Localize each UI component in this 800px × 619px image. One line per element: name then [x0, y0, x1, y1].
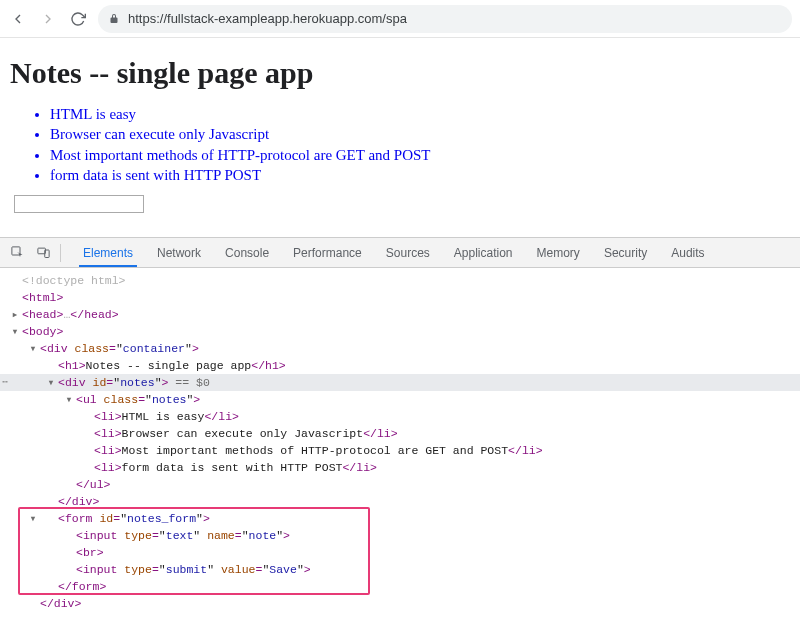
- dom-line[interactable]: <li>Most important methods of HTTP-proto…: [0, 442, 800, 459]
- dom-line[interactable]: ▾<form id="notes_form">: [0, 510, 800, 527]
- list-item[interactable]: Browser can execute only Javascript: [50, 124, 790, 144]
- list-item[interactable]: HTML is easy: [50, 104, 790, 124]
- tab-performance[interactable]: Performance: [281, 238, 374, 267]
- twisty-icon[interactable]: ▾: [46, 374, 56, 391]
- dom-line[interactable]: </form>: [0, 578, 800, 595]
- devtools-toolbar: Elements Network Console Performance Sou…: [0, 238, 800, 268]
- dom-line[interactable]: <h1>Notes -- single page app</h1>: [0, 357, 800, 374]
- dom-line[interactable]: <html>: [0, 289, 800, 306]
- list-item[interactable]: form data is sent with HTTP POST: [50, 165, 790, 185]
- list-item[interactable]: Most important methods of HTTP-protocol …: [50, 145, 790, 165]
- inspect-icon[interactable]: [6, 242, 28, 264]
- tab-memory[interactable]: Memory: [525, 238, 592, 267]
- tab-audits[interactable]: Audits: [659, 238, 716, 267]
- dom-line[interactable]: <li>Browser can execute only Javascript<…: [0, 425, 800, 442]
- tab-console[interactable]: Console: [213, 238, 281, 267]
- address-bar[interactable]: https://fullstack-exampleapp.herokuapp.c…: [98, 5, 792, 33]
- notes-list: HTML is easy Browser can execute only Ja…: [10, 104, 790, 185]
- dom-line[interactable]: <li>form data is sent with HTTP POST</li…: [0, 459, 800, 476]
- dom-line[interactable]: </ul>: [0, 476, 800, 493]
- browser-toolbar: https://fullstack-exampleapp.herokuapp.c…: [0, 0, 800, 38]
- svg-rect-0: [11, 247, 19, 255]
- tab-security[interactable]: Security: [592, 238, 659, 267]
- lock-icon: [108, 13, 120, 25]
- twisty-icon[interactable]: ▾: [10, 323, 20, 340]
- twisty-icon[interactable]: ▾: [28, 510, 38, 527]
- dom-line[interactable]: <!doctype html>: [0, 272, 800, 289]
- gutter-icon: ⋯: [0, 374, 10, 391]
- dom-line[interactable]: <br>: [0, 544, 800, 561]
- dom-line[interactable]: <input type="submit" value="Save">: [0, 561, 800, 578]
- tab-network[interactable]: Network: [145, 238, 213, 267]
- twisty-icon[interactable]: ▸: [10, 306, 20, 323]
- url-text: https://fullstack-exampleapp.herokuapp.c…: [128, 11, 407, 26]
- twisty-icon[interactable]: ▾: [64, 391, 74, 408]
- twisty-icon[interactable]: ▾: [28, 340, 38, 357]
- tab-application[interactable]: Application: [442, 238, 525, 267]
- forward-button[interactable]: [38, 9, 58, 29]
- dom-line[interactable]: <input type="text" name="note">: [0, 527, 800, 544]
- reload-button[interactable]: [68, 9, 88, 29]
- dom-line[interactable]: </div>: [0, 493, 800, 510]
- elements-panel[interactable]: <!doctype html> <html> ▸<head>…</head> ▾…: [0, 268, 800, 619]
- page-title: Notes -- single page app: [10, 56, 790, 90]
- back-button[interactable]: [8, 9, 28, 29]
- dom-line[interactable]: ▾<div class="container">: [0, 340, 800, 357]
- dom-line[interactable]: ▾<body>: [0, 323, 800, 340]
- tab-sources[interactable]: Sources: [374, 238, 442, 267]
- device-toggle-icon[interactable]: [32, 242, 54, 264]
- dom-line-selected[interactable]: ⋯▾<div id="notes"> == $0: [0, 374, 800, 391]
- page-viewport: Notes -- single page app HTML is easy Br…: [0, 38, 800, 238]
- dom-line[interactable]: ▾<ul class="notes">: [0, 391, 800, 408]
- note-input[interactable]: [14, 195, 144, 213]
- dom-line[interactable]: </div>: [0, 595, 800, 612]
- divider: [60, 244, 61, 262]
- dom-line[interactable]: ▸<head>…</head>: [0, 306, 800, 323]
- tab-elements[interactable]: Elements: [71, 238, 145, 267]
- devtools-tabs: Elements Network Console Performance Sou…: [71, 238, 717, 267]
- dom-line[interactable]: <li>HTML is easy</li>: [0, 408, 800, 425]
